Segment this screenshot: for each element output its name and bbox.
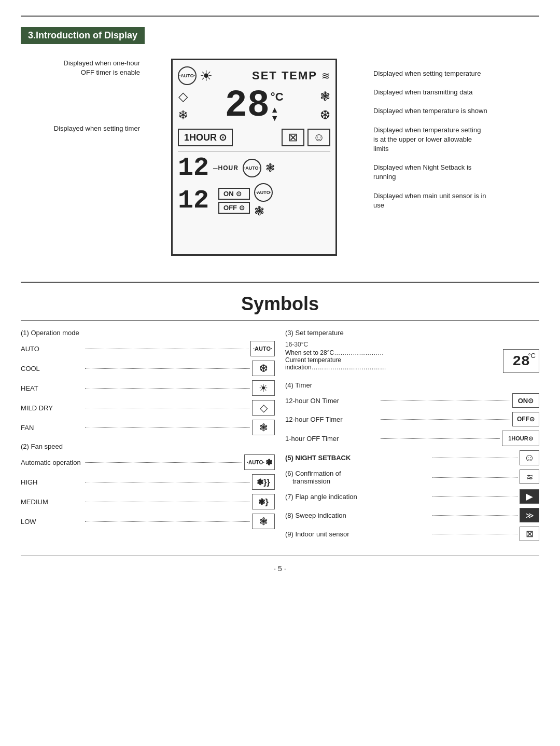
degree-symbol: °C bbox=[271, 90, 284, 104]
sym-auto-icon: ·AUTO· bbox=[250, 341, 275, 356]
annotation-onehour: Displayed when one-hourOFF timer is enab… bbox=[36, 59, 140, 77]
timer-section: 12 ─HOUR ·AUTO· ❃ 12 ON⊙ OFF⊙ bbox=[178, 151, 330, 218]
annotations-right: Displayed when setting temperature Displ… bbox=[368, 69, 524, 210]
sym-flap-icon: ▶ bbox=[520, 489, 539, 504]
sym-sensor-label: (9) Indoor unit sensor bbox=[285, 530, 430, 538]
on-off-buttons: ON⊙ OFF⊙ bbox=[218, 188, 250, 214]
sym-mild-dry-dots bbox=[85, 408, 250, 408]
set-temp-val: 28 bbox=[512, 353, 530, 369]
sym-flap: (7) Flap angle indication ▶ bbox=[285, 489, 539, 504]
sym-fan-dots bbox=[85, 427, 250, 428]
onehour-button: 1HOUR⊙ bbox=[178, 129, 233, 146]
auto-timer-icon: ·AUTO· bbox=[243, 159, 261, 177]
temp-suffix: °C ▲ ▼ bbox=[271, 90, 284, 122]
sym-night-icon: ☺ bbox=[520, 450, 539, 465]
sym-off-timer-dots bbox=[381, 419, 510, 420]
sym-on-timer-label: 12-hour ON Timer bbox=[285, 397, 379, 405]
sym-on-timer-dots bbox=[381, 400, 510, 401]
sym-low-label: LOW bbox=[21, 518, 83, 526]
sym-auto-op: Automatic operation ·AUTO·❃ bbox=[21, 454, 275, 470]
sym-low-dots bbox=[85, 521, 250, 522]
sym-heat-label: HEAT bbox=[21, 384, 83, 392]
sym-auto-dots bbox=[85, 349, 248, 349]
sym-medium-label: MEDIUM bbox=[21, 498, 83, 506]
timer-label-row: 12 ─HOUR ·AUTO· ❃ bbox=[178, 155, 275, 181]
snowflake-icon: ❄ bbox=[178, 108, 188, 122]
arrow-up-icon: ▲ bbox=[271, 106, 284, 114]
sun-icon: ☀ bbox=[200, 67, 213, 85]
night-icons: ⊠ ☺ bbox=[282, 129, 330, 146]
sym-sensor: (9) Indoor unit sensor ⊠ bbox=[285, 527, 539, 541]
sym-on-timer: 12-hour ON Timer ON⊙ bbox=[285, 393, 539, 408]
temp-range: 16-30°C bbox=[285, 341, 539, 348]
sym-auto-label: AUTO bbox=[21, 345, 83, 353]
timer-fan-icon: ❃ bbox=[265, 161, 275, 175]
sym-1hour-timer: 1-hour OFF Timer 1HOUR⊙ bbox=[285, 431, 539, 446]
sym-off-timer-label: 12-hour OFF Timer bbox=[285, 416, 379, 423]
op-mode-title: (1) Operation mode bbox=[21, 329, 275, 337]
sym-night: (5) NIGHT SETBACK ☺ bbox=[285, 450, 539, 465]
set-temp-title: (3) Set temperature bbox=[285, 329, 539, 337]
sym-sweep-dots bbox=[432, 515, 517, 516]
sym-off-timer: 12-hour OFF Timer OFF⊙ bbox=[285, 412, 539, 426]
signal-icon: ≋ bbox=[321, 70, 330, 82]
temp-display: 28 °C ▲ ▼ bbox=[225, 87, 283, 125]
symbols-col-1: (1) Operation mode AUTO ·AUTO· COOL ❆ HE… bbox=[21, 329, 275, 545]
bottom-auto-fan: ·AUTO· ❃ bbox=[254, 183, 273, 218]
sym-heat: HEAT ☀ bbox=[21, 380, 275, 396]
lcd-panel: ·AUTO· ☀ SET TEMP ≋ ◇ ❄ 28 bbox=[171, 59, 337, 256]
annotation-temp-limits: Displayed when temperature settingis at … bbox=[368, 126, 524, 154]
set-temp-text: SET TEMP bbox=[252, 69, 317, 82]
sym-high-icon: ❃}} bbox=[252, 474, 275, 490]
sym-medium: MEDIUM ❃} bbox=[21, 494, 275, 509]
sym-low: LOW ❃ bbox=[21, 514, 275, 529]
symbols-title: Symbols bbox=[21, 293, 539, 315]
sym-auto-op-dots bbox=[85, 462, 242, 463]
set-temp-display-box: 28 °C bbox=[503, 349, 539, 373]
sym-sweep-label: (8) Sweep indication bbox=[285, 512, 430, 519]
sym-fan: FAN ❃ bbox=[21, 420, 275, 435]
intro-section: 3.Introduction of Display Displayed when… bbox=[0, 17, 560, 277]
set-temp-sub1: When set to 28°C…………………… bbox=[285, 349, 503, 356]
timer-section-title: (4) Timer bbox=[285, 381, 539, 389]
mode-icons: ◇ ❄ bbox=[178, 89, 188, 122]
onehour-circle: ⊙ bbox=[219, 132, 227, 143]
sym-mild-dry-icon: ◇ bbox=[252, 400, 275, 416]
sym-flap-dots bbox=[432, 496, 517, 497]
sym-trans-label2: transmission bbox=[285, 477, 430, 485]
sym-sensor-dots bbox=[432, 534, 517, 534]
sym-transmission: (6) Confirmation of transmission ≋ bbox=[285, 469, 539, 485]
annotation-temp-shown: Displayed when temperature is shown bbox=[368, 106, 524, 116]
sym-heat-icon: ☀ bbox=[252, 380, 275, 396]
face-icon: ☺ bbox=[307, 129, 330, 146]
annotation-setting-temp: Displayed when setting temperature bbox=[368, 69, 524, 78]
timer-onoff-row: 12 ON⊙ OFF⊙ ·AUTO· ❃ bbox=[178, 183, 275, 218]
sym-trans-label1: (6) Confirmation of bbox=[285, 469, 430, 477]
sym-1hour-timer-dots bbox=[381, 438, 500, 439]
sym-fan-label: FAN bbox=[21, 424, 83, 432]
hour-text: ─HOUR bbox=[213, 164, 239, 172]
sym-cool-dots bbox=[85, 368, 250, 369]
sym-1hour-timer-label: 1-hour OFF Timer bbox=[285, 435, 379, 443]
auto-bottom-icon: ·AUTO· bbox=[254, 183, 273, 202]
sym-auto: AUTO ·AUTO· bbox=[21, 341, 275, 356]
sym-on-timer-icon: ON⊙ bbox=[512, 393, 539, 408]
sym-night-dots bbox=[432, 458, 517, 458]
sym-fan-icon: ❃ bbox=[252, 420, 275, 435]
annotation-main-sensor: Displayed when main unit sensor is inuse bbox=[368, 191, 524, 210]
on-button: ON⊙ bbox=[218, 188, 250, 200]
off-button: OFF⊙ bbox=[218, 202, 250, 214]
symbols-divider bbox=[21, 320, 539, 321]
annotation-timer: Displayed when setting timer bbox=[36, 124, 140, 133]
page-number: · 5 · bbox=[0, 556, 560, 578]
sym-mild-dry-label: MILD DRY bbox=[21, 404, 83, 412]
sym-cool: COOL ❆ bbox=[21, 361, 275, 376]
sym-sweep: (8) Sweep indication ≫ bbox=[285, 508, 539, 522]
timer-row: 12 ─HOUR ·AUTO· ❃ 12 ON⊙ OFF⊙ bbox=[178, 155, 330, 218]
fan-mode-icons: ❃ ❆ bbox=[320, 89, 330, 122]
onehour-row: 1HOUR⊙ ⊠ ☺ bbox=[178, 129, 330, 146]
temp-value: 28 bbox=[225, 87, 269, 125]
snowflake2-icon: ❆ bbox=[320, 108, 330, 122]
set-temp-sub2: Current temperature bbox=[285, 356, 503, 364]
panel-row1: ·AUTO· ☀ SET TEMP ≋ bbox=[178, 66, 330, 85]
